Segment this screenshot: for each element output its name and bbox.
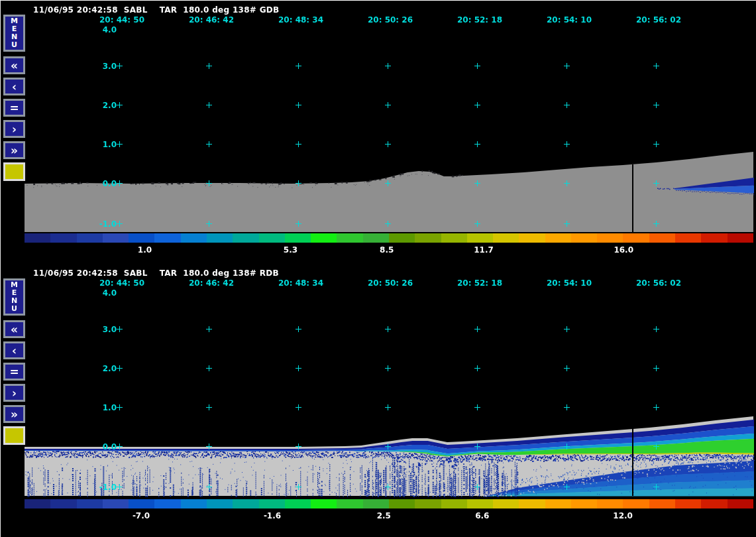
pause-button[interactable]: = (3, 99, 25, 117)
menu-letter: U (11, 305, 17, 313)
pause-icon: = (9, 365, 19, 379)
menu-button[interactable]: MENU (3, 15, 25, 52)
menu-letter: U (11, 41, 17, 49)
fast-rewind-icon: « (11, 323, 18, 336)
fast-rewind-button[interactable]: « (3, 320, 25, 338)
step-forward-button[interactable]: › (3, 120, 25, 138)
step-forward-button[interactable]: › (3, 384, 25, 402)
fast-rewind-button[interactable]: « (3, 56, 25, 74)
fast-forward-button[interactable]: » (3, 141, 25, 159)
cursor-line[interactable] (632, 428, 633, 496)
fast-forward-icon: » (11, 144, 18, 157)
window-border-top (0, 0, 756, 1)
window-border-left (0, 0, 1, 537)
step-back-icon: ‹ (12, 80, 17, 93)
color-swatch-button[interactable] (3, 162, 25, 181)
fast-forward-icon: » (11, 408, 18, 421)
step-forward-icon: › (12, 123, 17, 136)
lidar-plot-canvas[interactable] (0, 0, 756, 537)
color-swatch-button[interactable] (3, 426, 25, 445)
cursor-line[interactable] (632, 164, 633, 232)
step-forward-icon: › (12, 387, 17, 400)
fast-rewind-icon: « (11, 59, 18, 72)
step-back-button[interactable]: ‹ (3, 78, 25, 95)
step-back-icon: ‹ (12, 344, 17, 357)
menu-button[interactable]: MENU (3, 278, 25, 316)
pause-button[interactable]: = (3, 363, 25, 381)
step-back-button[interactable]: ‹ (3, 341, 25, 359)
fast-forward-button[interactable]: » (3, 405, 25, 423)
pause-icon: = (9, 101, 19, 115)
